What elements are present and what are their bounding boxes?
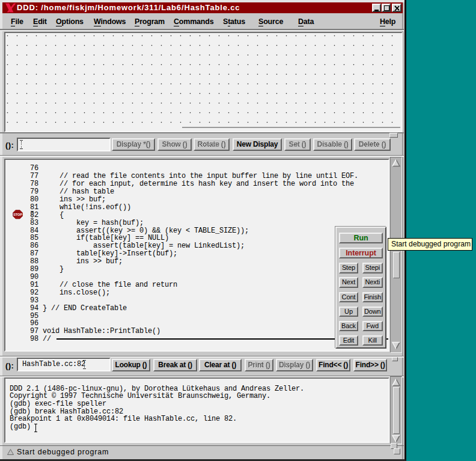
svg-text:STOP: STOP <box>13 213 22 216</box>
